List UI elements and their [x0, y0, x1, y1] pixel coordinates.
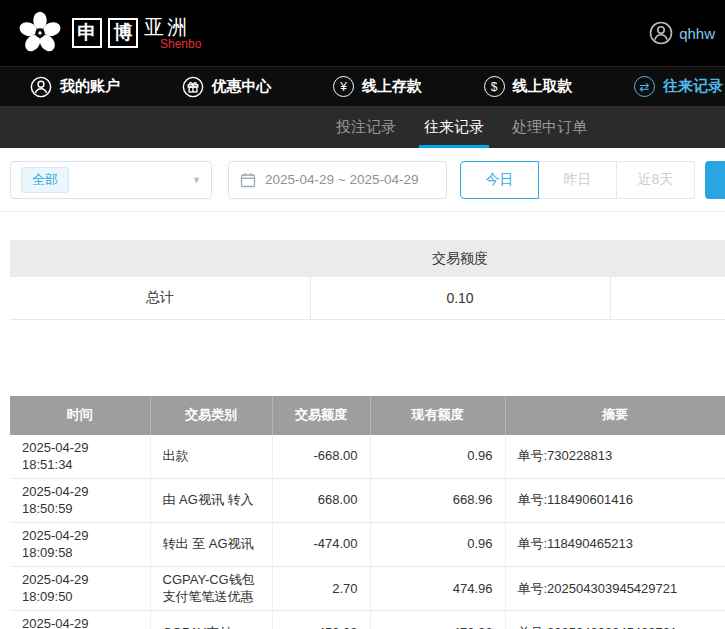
logo-char-box: 博 — [108, 18, 138, 48]
calendar-icon — [240, 172, 256, 188]
table-cell: CGPAY支付 — [150, 610, 272, 629]
table-cell: 472.26 — [370, 610, 505, 629]
table-row: 2025-04-29 18:51:34出款-668.000.96单号:73022… — [10, 435, 725, 479]
table-row: 2025-04-29 18:09:50CGPAY-CG钱包支付笔笔送优惠2.70… — [10, 566, 725, 610]
nav-item-withdraw[interactable]: $ 线上取款 — [484, 76, 573, 97]
nav-item-label: 我的账户 — [60, 77, 120, 96]
username-text: qhhw — [679, 25, 715, 42]
table-cell: 2.70 — [272, 566, 370, 610]
quick-date-buttons: 今日 昨日 近8天 — [460, 161, 695, 199]
table-cell: 出款 — [150, 435, 272, 479]
date-range-value: 2025-04-29 ~ 2025-04-29 — [265, 172, 419, 187]
table-cell: 668.96 — [370, 478, 505, 522]
table-cell: 单号:118490465213 — [505, 522, 725, 566]
summary-total-label: 总计 — [10, 277, 310, 319]
quick-button-label: 昨日 — [564, 171, 592, 189]
summary-empty-cell — [610, 277, 725, 319]
top-header: 申 博 亚洲 Shenbo qhhw — [0, 0, 725, 66]
records-icon: ⇄ — [634, 76, 655, 97]
column-header-type: 交易类别 — [150, 396, 272, 435]
selected-type-chip: 全部 — [21, 167, 69, 193]
logo-char-box: 申 — [72, 18, 102, 48]
nav-item-promotions[interactable]: 优惠中心 — [182, 76, 272, 98]
summary-header-empty — [10, 240, 310, 277]
table-cell: 474.96 — [370, 566, 505, 610]
nav-item-records[interactable]: ⇄ 往来记录 — [634, 76, 723, 97]
withdraw-icon: $ — [484, 76, 505, 97]
date-range-picker[interactable]: 2025-04-29 ~ 2025-04-29 — [228, 161, 447, 199]
chevron-down-icon: ▼ — [192, 175, 201, 185]
column-header-balance: 现有额度 — [370, 396, 505, 435]
table-cell: 2025-04-29 18:51:34 — [10, 435, 150, 479]
yesterday-button[interactable]: 昨日 — [538, 161, 617, 199]
column-header-amount: 交易额度 — [272, 396, 370, 435]
quick-button-label: 近8天 — [638, 171, 674, 189]
table-cell: 单号:730228813 — [505, 435, 725, 479]
nav-item-deposit[interactable]: ¥ 线上存款 — [333, 76, 422, 97]
nav-item-label: 往来记录 — [663, 77, 723, 96]
tab-label: 往来记录 — [424, 118, 484, 137]
table-cell: 转出 至 AG视讯 — [150, 522, 272, 566]
table-cell: 2025-04-29 18:09:50 — [10, 566, 150, 610]
logo-brand-text: Shenbo — [160, 38, 201, 50]
quick-button-label: 今日 — [486, 171, 514, 189]
table-cell: 668.00 — [272, 478, 370, 522]
tab-label: 投注记录 — [336, 118, 396, 137]
summary-total-value: 0.10 — [310, 277, 610, 319]
records-table: 时间 交易类别 交易额度 现有额度 摘要 2025-04-29 18:51:34… — [10, 396, 725, 629]
tab-processing-orders[interactable]: 处理中订单 — [512, 106, 587, 148]
table-cell: 单号:202504303945429721 — [505, 610, 725, 629]
user-account-area[interactable]: qhhw — [649, 21, 715, 45]
sub-nav: 投注记录 往来记录 处理中订单 — [0, 106, 725, 148]
table-cell: CGPAY-CG钱包支付笔笔送优惠 — [150, 566, 272, 610]
summary-total-row: 总计 0.10 — [10, 277, 725, 319]
summary-header-row: 交易额度 — [10, 240, 725, 277]
tab-transaction-records[interactable]: 往来记录 — [424, 106, 484, 148]
records-table-body: 2025-04-29 18:51:34出款-668.000.96单号:73022… — [10, 435, 725, 629]
table-cell: -474.00 — [272, 522, 370, 566]
table-cell: 2025-04-29 18:09:58 — [10, 522, 150, 566]
today-button[interactable]: 今日 — [460, 161, 539, 199]
nav-item-my-account[interactable]: 我的账户 — [30, 76, 120, 98]
last-8-days-button[interactable]: 近8天 — [616, 161, 695, 199]
table-cell: 0.96 — [370, 522, 505, 566]
table-cell: 单号:202504303945429721 — [505, 566, 725, 610]
table-cell: 2025-04-29 18:50:59 — [10, 478, 150, 522]
table-cell: 450.00 — [272, 610, 370, 629]
transaction-type-select[interactable]: 全部 ▼ — [10, 161, 212, 199]
table-cell: -668.00 — [272, 435, 370, 479]
search-button[interactable] — [705, 161, 725, 199]
nav-item-label: 优惠中心 — [212, 77, 272, 96]
tab-betting-records[interactable]: 投注记录 — [336, 106, 396, 148]
summary-table: 交易额度 总计 0.10 — [10, 240, 725, 320]
table-row: 2025-04-29 18:50:59由 AG视讯 转入668.00668.96… — [10, 478, 725, 522]
brand-logo[interactable]: 申 博 亚洲 Shenbo — [14, 7, 201, 59]
table-cell: 单号:118490601416 — [505, 478, 725, 522]
table-cell: 由 AG视讯 转入 — [150, 478, 272, 522]
deposit-icon: ¥ — [333, 76, 354, 97]
nav-item-label: 线上取款 — [513, 77, 573, 96]
main-nav: 我的账户 优惠中心 ¥ 线上存款 $ 线上取款 ⇄ 往来记录 — [0, 66, 725, 106]
flower-logo-icon — [14, 7, 66, 59]
table-cell: 0.96 — [370, 435, 505, 479]
records-table-head: 时间 交易类别 交易额度 现有额度 摘要 — [10, 396, 725, 435]
summary-header-label: 交易额度 — [310, 240, 610, 277]
table-row: 2025-04-29 18:09:58转出 至 AG视讯-474.000.96单… — [10, 522, 725, 566]
table-row: 2025-04-29 18:09:50CGPAY支付450.00472.26单号… — [10, 610, 725, 629]
nav-item-label: 线上存款 — [362, 77, 422, 96]
logo-region-text: 亚洲 — [144, 16, 201, 38]
user-avatar-icon — [649, 21, 673, 45]
summary-header-empty — [610, 240, 725, 277]
filter-bar: 全部 ▼ 2025-04-29 ~ 2025-04-29 今日 昨日 近8天 — [0, 148, 725, 212]
tab-label: 处理中订单 — [512, 118, 587, 137]
promotion-icon — [182, 76, 204, 98]
account-icon — [30, 76, 52, 98]
column-header-memo: 摘要 — [505, 396, 725, 435]
table-cell: 2025-04-29 18:09:50 — [10, 610, 150, 629]
column-header-time: 时间 — [10, 396, 150, 435]
